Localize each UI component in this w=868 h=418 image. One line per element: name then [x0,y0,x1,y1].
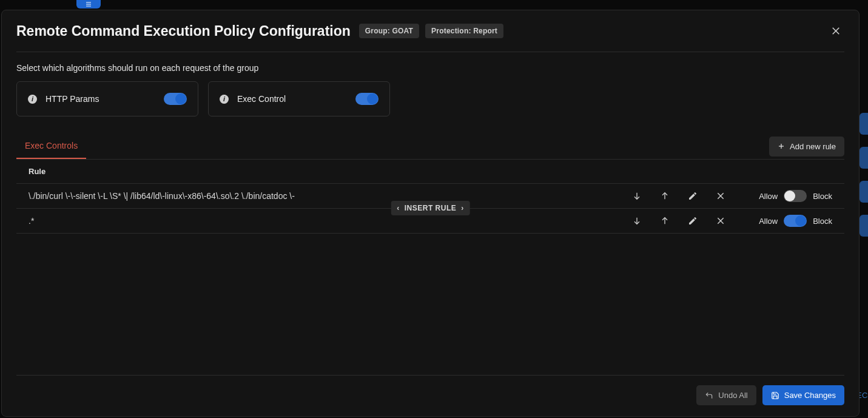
insert-rule-label: INSERT RULE [405,204,457,212]
move-up-button[interactable] [659,215,670,226]
plus-icon [778,143,785,150]
algo-label-exec-control: Exec Control [237,94,355,104]
delete-rule-button[interactable] [715,190,726,201]
block-label: Block [813,192,832,201]
policy-config-modal: Remote Command Execution Policy Configur… [1,10,860,417]
arrow-down-icon [632,191,642,201]
section-description: Select which algorithms should run on ea… [2,52,859,81]
move-up-button[interactable] [659,190,670,201]
add-new-rule-button[interactable]: Add new rule [769,137,844,157]
x-icon [716,191,725,201]
group-chip: Group: GOAT [359,24,419,38]
save-changes-button[interactable]: Save Changes [762,385,844,405]
protection-chip: Protection: Report [425,24,503,38]
rule-column-header: Rule [16,160,844,184]
info-icon[interactable]: i [28,95,37,104]
rule-row: \./bin/curl \-\-silent \-L \S* \| /lib64… [16,184,844,209]
move-down-button[interactable] [631,190,642,201]
close-button[interactable] [827,22,844,39]
undo-all-button[interactable]: Undo All [696,385,756,405]
tab-exec-controls[interactable]: Exec Controls [16,133,86,159]
allow-label: Allow [759,192,778,201]
algo-label-http-params: HTTP Params [45,94,164,104]
rules-table: Rule \./bin/curl \-\-silent \-L \S* \| /… [16,160,844,376]
tabs-row: Exec Controls Add new rule [16,133,844,160]
modal-header: Remote Command Execution Policy Configur… [16,10,844,52]
algo-card-http-params: i HTTP Params [16,81,198,116]
pencil-icon [688,191,698,201]
edit-rule-button[interactable] [687,215,698,226]
rule-pattern: \./bin/curl \-\-silent \-L \S* \| /lib64… [29,191,631,201]
toggle-exec-control[interactable] [355,93,378,105]
rule-pattern: .* [29,216,631,226]
save-changes-label: Save Changes [784,391,836,400]
chevron-right-icon: › [461,204,464,212]
close-icon [830,25,841,36]
modal-title: Remote Command Execution Policy Configur… [16,23,351,39]
info-icon[interactable]: i [220,95,229,104]
algorithm-cards: i HTTP Params i Exec Control [2,81,859,133]
move-down-button[interactable] [631,215,642,226]
arrow-down-icon [632,216,642,226]
delete-rule-button[interactable] [715,215,726,226]
undo-icon [705,391,713,400]
rule-block-toggle[interactable] [784,215,807,227]
allow-block-toggle: Allow Block [759,215,832,227]
arrow-up-icon [660,191,670,201]
modal-footer: Undo All Save Changes [2,376,859,416]
save-icon [771,391,779,400]
hamburger-menu-button[interactable] [76,0,101,8]
allow-label: Allow [759,217,778,226]
algo-card-exec-control: i Exec Control [208,81,390,116]
insert-rule-button[interactable]: ‹ INSERT RULE › [391,201,470,215]
chevron-left-icon: ‹ [397,204,400,212]
x-icon [716,216,725,226]
add-new-rule-label: Add new rule [790,142,836,151]
pencil-icon [688,216,698,226]
undo-all-label: Undo All [718,391,747,400]
table-empty-area [16,234,844,376]
arrow-up-icon [660,216,670,226]
allow-block-toggle: Allow Block [759,190,832,202]
block-label: Block [813,217,832,226]
toggle-http-params[interactable] [164,93,187,105]
background-side-stubs [860,113,868,237]
rule-block-toggle[interactable] [784,190,807,202]
edit-rule-button[interactable] [687,190,698,201]
